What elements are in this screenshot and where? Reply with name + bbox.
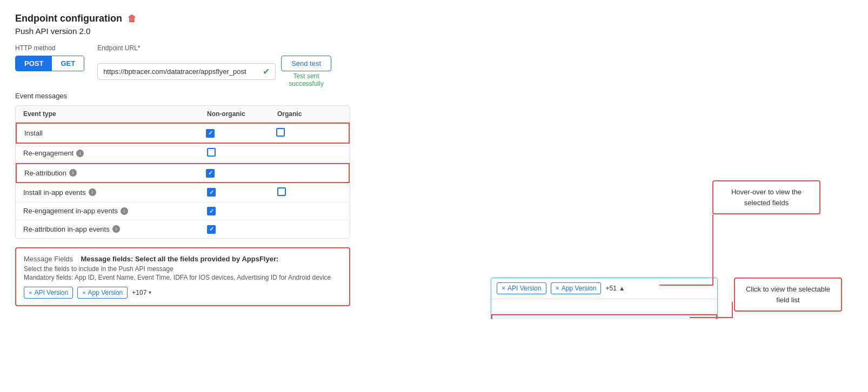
tag-app-version-label: App Version: [88, 289, 123, 296]
col-non-organic: Non-organic: [207, 110, 277, 118]
event-row-reengagement: Re-engagement i: [16, 144, 350, 163]
endpoint-url-input[interactable]: [103, 67, 259, 76]
event-name-reengagement: Re-engagement: [23, 149, 74, 157]
tag-api-version[interactable]: × API Version: [24, 287, 73, 299]
tag-app-version-remove[interactable]: ×: [82, 289, 85, 296]
reengagement-inapp-non-organic-checkbox[interactable]: [207, 207, 277, 216]
reattribution-info-icon[interactable]: i: [69, 169, 77, 177]
mf-section-title: Message Fields: [24, 255, 73, 263]
endpoint-url-group: Endpoint URL* ✔ Send test Test sentsucce…: [97, 44, 331, 87]
method-buttons: POST GET: [15, 56, 84, 71]
dp-more-value: +51: [605, 285, 616, 292]
dp-tag-app-label: App Version: [562, 285, 597, 292]
dropdown-popup: × API Version × App Version +51 ▲ Select…: [491, 278, 718, 319]
title-text: Endpoint configuration: [15, 13, 122, 24]
col-organic: Organic: [277, 110, 342, 118]
page-title: Endpoint configuration 🗑: [15, 13, 853, 24]
http-method-row: HTTP method POST GET Endpoint URL* ✔ Sen…: [15, 44, 853, 87]
test-success-message: Test sentsuccessfully: [289, 72, 324, 87]
hover-over-annotation: Hover-over to view theselected fields: [712, 180, 820, 214]
message-fields-section: Message Fields Message fields: Select al…: [15, 247, 350, 306]
tag-api-version-label: API Version: [34, 289, 68, 296]
send-test-button[interactable]: Send test: [281, 56, 331, 71]
dropdown-header: × API Version × App Version +51 ▲: [491, 278, 717, 299]
reattribution-inapp-info-icon[interactable]: i: [112, 225, 120, 233]
events-table: Event type Non-organic Organic Install R…: [15, 105, 350, 239]
get-button[interactable]: GET: [52, 56, 84, 71]
events-table-header: Event type Non-organic Organic: [16, 106, 350, 123]
event-name-install: Install: [24, 129, 206, 137]
dp-more-count[interactable]: +51 ▲: [605, 285, 625, 292]
install-inapp-non-organic-checkbox[interactable]: [207, 188, 277, 197]
dp-search-input[interactable]: [491, 299, 717, 314]
reattribution-non-organic-checkbox[interactable]: [206, 168, 276, 178]
mf-bold-label: Message fields: Select all the fields pr…: [81, 255, 279, 263]
event-row-install-inapp: Install in-app events i: [16, 183, 350, 202]
more-count-value: +107: [132, 289, 146, 296]
more-count-button[interactable]: +107 ▾: [132, 289, 151, 296]
event-name-reattribution-inapp: Re-attribution in-app events: [23, 225, 110, 233]
click-to-view-annotation: Click to view the selectablefield list: [734, 278, 842, 312]
reengagement-inapp-info-icon[interactable]: i: [121, 207, 128, 215]
connector-vertical-click: [732, 302, 733, 318]
event-name-reengagement-inapp: Re-engagement in-app events: [23, 207, 118, 215]
dp-tag-api-label: API Version: [508, 285, 542, 292]
dp-select-all-row[interactable]: Select all: [491, 314, 717, 319]
dp-tag-app-version[interactable]: × App Version: [551, 282, 602, 294]
http-method-group: HTTP method POST GET: [15, 44, 84, 71]
event-row-reengagement-inapp: Re-engagement in-app events i: [16, 202, 350, 221]
reengagement-info-icon[interactable]: i: [76, 150, 84, 157]
event-row-reattribution: Re-attribution i: [16, 163, 350, 183]
dp-tag-api-version[interactable]: × API Version: [497, 282, 546, 294]
dp-collapse-icon[interactable]: ▲: [619, 285, 625, 292]
dp-tag-app-x[interactable]: ×: [556, 285, 559, 292]
api-version-label: Push API version 2.0: [15, 26, 853, 36]
reattribution-inapp-non-organic-checkbox[interactable]: [207, 225, 277, 234]
dropdown-arrow-icon: ▾: [149, 289, 151, 295]
event-row-install: Install: [16, 123, 350, 144]
mf-subtitle: Select the fields to include in the Push…: [24, 265, 342, 273]
install-non-organic-checkbox[interactable]: [206, 129, 276, 138]
mf-mandatory: Mandatory fields: App ID, Event Name, Ev…: [24, 274, 342, 281]
connector-horizontal-hover: [659, 285, 713, 286]
event-name-install-inapp: Install in-app events: [23, 188, 86, 197]
post-button[interactable]: POST: [16, 56, 52, 71]
http-method-label: HTTP method: [15, 44, 84, 52]
col-event-type: Event type: [23, 110, 207, 118]
endpoint-url-label: Endpoint URL*: [97, 44, 331, 52]
connector-vertical-hover: [712, 214, 713, 285]
tag-api-version-remove[interactable]: ×: [29, 289, 32, 296]
tag-app-version[interactable]: × App Version: [77, 287, 128, 299]
install-inapp-info-icon[interactable]: i: [89, 188, 96, 196]
install-organic-checkbox[interactable]: [276, 128, 341, 138]
connector-horizontal-click: [690, 317, 733, 318]
delete-icon[interactable]: 🗑: [128, 14, 136, 24]
event-messages-label: Event messages: [15, 92, 853, 100]
url-valid-icon: ✔: [263, 66, 270, 77]
event-name-reattribution: Re-attribution: [24, 169, 66, 177]
install-inapp-organic-checkbox[interactable]: [277, 187, 342, 198]
event-row-reattribution-inapp: Re-attribution in-app events i: [16, 220, 350, 238]
tags-row: × API Version × App Version +107 ▾: [24, 287, 342, 299]
reengagement-non-organic-checkbox[interactable]: [207, 148, 277, 158]
endpoint-url-input-wrap: ✔: [97, 63, 276, 80]
dp-tag-api-x[interactable]: ×: [502, 285, 505, 292]
